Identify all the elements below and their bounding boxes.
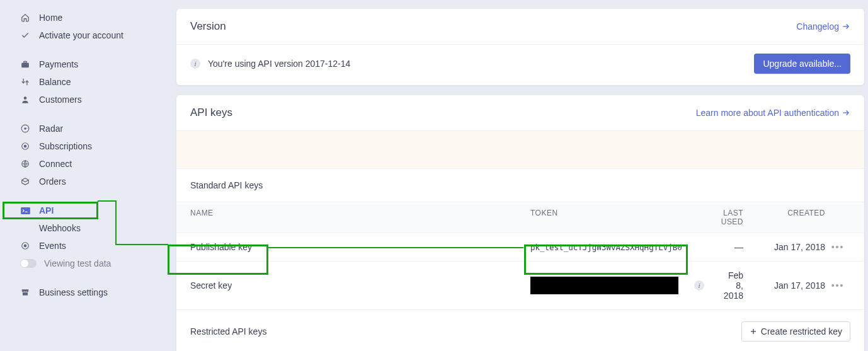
key-token-redacted[interactable] (530, 277, 719, 294)
box-icon (20, 176, 30, 187)
svg-rect-12 (23, 292, 28, 296)
standard-table-header: NAME TOKEN LAST USED CREATED (176, 202, 864, 233)
link-label: Changelog (796, 21, 839, 32)
key-last-used: Feb 8, 2018 (719, 270, 743, 301)
row-actions-icon[interactable]: ••• (825, 280, 850, 291)
svg-point-2 (24, 96, 27, 100)
key-created: Jan 17, 2018 (743, 280, 825, 291)
terminal-icon (20, 205, 30, 216)
warning-strip (176, 131, 864, 169)
button-label: Upgrade available... (763, 59, 842, 69)
circle-dot-icon (20, 141, 30, 151)
sidebar-label: Webhooks (39, 223, 81, 233)
key-created: Jan 17, 2018 (743, 242, 825, 252)
sidebar-item-viewing-test[interactable]: Viewing test data (3, 255, 159, 272)
standard-keys-heading: Standard API keys (176, 169, 864, 202)
sidebar-item-activate[interactable]: Activate your account (3, 26, 159, 44)
key-name: Secret key (190, 280, 530, 291)
sidebar-label: Radar (39, 124, 63, 134)
sidebar-item-events[interactable]: Events (3, 237, 159, 255)
sidebar-item-payments[interactable]: Payments (3, 55, 159, 73)
table-row: Publishable key pk_test_ucTJjgW3WvAZSXHq… (176, 233, 864, 262)
sidebar-item-business[interactable]: Business settings (3, 284, 159, 301)
sidebar-label: Business settings (39, 287, 108, 297)
key-token[interactable]: pk_test_ucTJjgW3WvAZSXHqHgTLVjB0 (530, 243, 719, 252)
create-restricted-key-button[interactable]: Create restricted key (741, 321, 850, 342)
radar-icon (20, 124, 30, 134)
api-keys-card: API keys Learn more about API authentica… (176, 95, 864, 351)
link-label: Learn more about API authentication (696, 108, 839, 118)
user-icon (20, 95, 30, 105)
sidebar-item-subscriptions[interactable]: Subscriptions (3, 137, 159, 155)
plus-icon (750, 328, 757, 335)
sidebar-item-balance[interactable]: Balance (3, 73, 159, 91)
sidebar-label: Customers (39, 95, 82, 105)
table-row: Secret key Feb 8, 2018 Jan 17, 2018 ••• … (176, 262, 864, 310)
store-icon (20, 287, 30, 297)
learn-more-link[interactable]: Learn more about API authentication (696, 108, 850, 118)
sidebar-item-api[interactable]: API (3, 202, 98, 219)
info-icon[interactable]: i (694, 280, 704, 291)
sidebar-label: Balance (39, 77, 71, 87)
arrow-right-icon (842, 108, 850, 117)
sidebar-label: API (39, 205, 54, 216)
sidebar-item-orders[interactable]: Orders (3, 173, 159, 190)
key-last-used: — (719, 242, 743, 252)
check-icon (20, 30, 30, 40)
sidebar-item-radar[interactable]: Radar (3, 120, 159, 137)
key-name: Publishable key (190, 242, 530, 252)
version-message: You're using API version 2017-12-14 (208, 59, 350, 69)
col-created: CREATED (743, 209, 825, 226)
col-token: TOKEN (530, 209, 719, 226)
sidebar-label: Home (39, 13, 62, 23)
sidebar-label: Viewing test data (44, 258, 111, 268)
col-last: LAST USED (719, 209, 743, 226)
info-icon: i (190, 59, 200, 69)
home-icon (20, 13, 30, 23)
row-actions-icon[interactable]: ••• (825, 242, 850, 252)
col-name: NAME (190, 209, 530, 226)
toggle-icon[interactable] (20, 259, 37, 268)
sidebar-item-customers[interactable]: Customers (3, 91, 159, 108)
svg-point-6 (24, 145, 26, 147)
upgrade-button[interactable]: Upgrade available... (754, 54, 850, 74)
changelog-link[interactable]: Changelog (796, 21, 850, 32)
sidebar-label: Orders (39, 176, 66, 187)
sidebar-label: Subscriptions (39, 141, 92, 151)
button-label: Create restricted key (761, 326, 842, 337)
sidebar-label: Activate your account (39, 30, 123, 40)
svg-point-4 (24, 127, 26, 130)
sidebar: Home Activate your account Payments (0, 0, 159, 351)
sidebar-item-webhooks[interactable]: Webhooks (3, 219, 159, 237)
svg-rect-8 (21, 207, 30, 214)
restricted-keys-heading: Restricted API keys (190, 326, 266, 337)
svg-point-11 (24, 245, 26, 247)
sidebar-label: Connect (39, 159, 72, 169)
circle-dot-icon (20, 241, 30, 251)
sidebar-item-connect[interactable]: Connect (3, 155, 159, 173)
svg-rect-1 (24, 61, 27, 62)
globe-icon (20, 159, 30, 169)
api-keys-title: API keys (190, 106, 232, 119)
sidebar-item-home[interactable]: Home (3, 9, 159, 26)
main-content: Version Changelog i You're using API ver… (159, 0, 868, 351)
transfer-icon (20, 77, 30, 87)
version-card: Version Changelog i You're using API ver… (176, 9, 864, 85)
sidebar-label: Payments (39, 59, 78, 69)
sidebar-label: Events (39, 241, 66, 251)
arrow-right-icon (842, 22, 850, 31)
svg-rect-0 (21, 63, 29, 68)
version-title: Version (190, 20, 226, 33)
briefcase-icon (20, 59, 30, 69)
